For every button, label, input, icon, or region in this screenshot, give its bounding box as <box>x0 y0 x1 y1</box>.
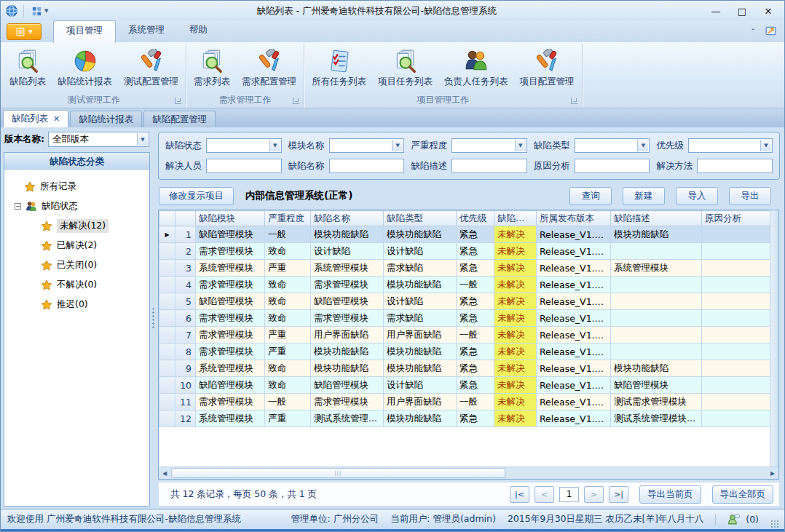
ribbon-tab-2[interactable]: 系统管理 <box>116 20 177 42</box>
grid-cell[interactable] <box>611 327 702 344</box>
column-header[interactable]: 缺陷名称 <box>311 211 384 226</box>
filter-input-5[interactable] <box>697 159 773 173</box>
row-selector-cell[interactable] <box>159 293 175 310</box>
ribbon-button[interactable]: 需求配置管理 <box>236 47 302 90</box>
grid-cell[interactable]: 模块功能缺陷 <box>384 344 457 360</box>
grid-cell[interactable]: 设计缺陷 <box>311 243 384 260</box>
tree-item[interactable]: 推迟(0) <box>7 295 146 314</box>
filter-input-2[interactable] <box>329 159 405 173</box>
grid-cell[interactable]: Release_V1.2.0 <box>537 243 611 260</box>
row-selector-cell[interactable] <box>159 243 175 260</box>
grid-cell[interactable]: 系统管理模块 <box>611 260 702 277</box>
ribbon-collapse-icon[interactable]: ⌃ <box>750 28 756 35</box>
grid-cell[interactable]: Release_V1.0.0 <box>537 277 611 293</box>
column-header[interactable]: 缺陷描述 <box>611 211 702 226</box>
grid-cell[interactable]: 需求管理模块 <box>311 394 384 410</box>
grid-cell[interactable]: 用户界面缺陷 <box>384 394 457 410</box>
grid-cell[interactable]: 缺陷管理模块 <box>311 377 384 394</box>
grid-cell[interactable]: 一般 <box>265 394 311 410</box>
grid-cell[interactable]: 致命 <box>265 310 311 327</box>
grid-cell[interactable]: Release_V1.1.0 <box>537 394 611 410</box>
grid-cell[interactable]: 未解决 <box>494 310 537 327</box>
grid-cell[interactable]: 严重 <box>265 344 311 360</box>
collapse-icon[interactable]: − <box>15 203 21 210</box>
grid-cell[interactable]: 系统管理模块 <box>196 260 265 277</box>
doc-tab-3[interactable]: 缺陷配置管理 <box>143 111 216 127</box>
ribbon-button[interactable]: 需求列表 <box>188 47 236 90</box>
grid-cell[interactable]: Release_V1.1.0 <box>537 410 611 427</box>
grid-cell[interactable]: 需求管理模块 <box>311 310 384 327</box>
grid-cell[interactable]: 测试系统管理... <box>311 410 384 427</box>
table-row[interactable]: 8需求管理模块严重模块功能缺陷模块功能缺陷紧急未解决Release_V1.0.0 <box>159 344 770 360</box>
new-button[interactable]: 新建 <box>623 187 665 205</box>
export-button[interactable]: 导出 <box>729 187 771 205</box>
grid-cell[interactable] <box>702 360 770 377</box>
filter-input-3[interactable] <box>451 159 527 173</box>
messages-icon[interactable] <box>727 513 740 525</box>
quick-access-toolbar-button[interactable]: ▼ <box>29 5 50 17</box>
grid-cell[interactable]: 模块功能缺陷 <box>384 226 457 243</box>
grid-cell[interactable]: 未解决 <box>494 293 537 310</box>
row-selector-cell[interactable] <box>159 377 175 394</box>
grid-cell[interactable]: 系统管理模块 <box>311 260 384 277</box>
grid-cell[interactable]: 致命 <box>265 293 311 310</box>
doc-tab-2[interactable]: 缺陷统计报表 <box>70 111 142 127</box>
vertical-scrollbar[interactable] <box>770 210 778 467</box>
grid-cell[interactable]: 严重 <box>265 410 311 427</box>
ribbon-tab-3[interactable]: 帮助 <box>177 20 220 42</box>
ribbon-button[interactable]: 所有任务列表 <box>306 47 372 90</box>
grid-cell[interactable] <box>611 277 702 293</box>
grid-cell[interactable]: 需求管理模块 <box>196 277 265 293</box>
export-all-pages-button[interactable]: 导出全部页 <box>712 485 774 504</box>
row-selector-cell[interactable] <box>159 410 175 427</box>
grid-cell[interactable] <box>611 293 702 310</box>
grid-cell[interactable]: 紧急 <box>457 310 494 327</box>
help-icon[interactable] <box>765 25 777 37</box>
grid-cell[interactable]: 缺陷管理模块 <box>196 377 265 394</box>
grid-cell[interactable] <box>702 377 770 394</box>
grid-cell[interactable]: 严重 <box>265 260 311 277</box>
dialog-launcher-icon[interactable] <box>175 98 181 104</box>
grid-cell[interactable]: 未解决 <box>494 243 537 260</box>
grid-cell[interactable]: 模块功能缺陷 <box>311 226 384 243</box>
minimize-button[interactable]: — <box>703 6 729 17</box>
scrollbar-thumb[interactable]: ||| <box>171 468 505 478</box>
grid-cell[interactable]: 紧急 <box>457 410 494 427</box>
grid-cell[interactable]: 设计缺陷 <box>384 243 457 260</box>
row-selector-cell[interactable] <box>159 394 175 410</box>
grid-cell[interactable]: 模块功能缺陷 <box>611 360 702 377</box>
grid-cell[interactable]: 设计缺陷 <box>384 293 457 310</box>
grid-cell[interactable]: Release_V1.0.0 <box>537 360 611 377</box>
grid-cell[interactable] <box>702 243 770 260</box>
grid-cell[interactable] <box>702 344 770 360</box>
grid-cell[interactable]: 测试需求管理模块 <box>611 394 702 410</box>
grid-cell[interactable]: 需求缺陷 <box>384 310 457 327</box>
grid-cell[interactable]: 未解决 <box>494 377 537 394</box>
ribbon-tab-1[interactable]: 项目管理 <box>53 20 116 43</box>
filter-select-3[interactable]: ▼ <box>451 138 527 153</box>
grid-cell[interactable] <box>611 344 702 360</box>
grid-cell[interactable]: 未解决 <box>494 327 537 344</box>
grid-cell[interactable] <box>702 327 770 344</box>
ribbon-button[interactable]: 测试配置管理 <box>118 47 184 90</box>
grid-cell[interactable]: Release_V1.1.0 <box>537 310 611 327</box>
grid-cell[interactable]: 模块功能缺陷 <box>311 360 384 377</box>
row-selector-cell[interactable] <box>159 360 175 377</box>
grid-cell[interactable]: 未解决 <box>494 260 537 277</box>
grid-cell[interactable]: 需求管理模块 <box>196 344 265 360</box>
grid-cell[interactable]: 未解决 <box>494 344 537 360</box>
column-header[interactable]: 缺陷状态 <box>494 211 537 226</box>
grid-cell[interactable]: 模块功能缺陷 <box>384 277 457 293</box>
filter-input-1[interactable] <box>206 159 282 173</box>
grid-cell[interactable]: 紧急 <box>457 377 494 394</box>
row-selector-cell[interactable] <box>159 310 175 327</box>
tree-item[interactable]: 已解决(2) <box>7 236 146 255</box>
ribbon-button[interactable]: 项目配置管理 <box>514 47 580 90</box>
grid-cell[interactable]: 紧急 <box>457 260 494 277</box>
table-row[interactable]: 12系统管理模块严重测试系统管理...模块功能缺陷紧急未解决Release_V1… <box>159 410 770 427</box>
close-icon[interactable]: ✕ <box>53 114 60 124</box>
grid-cell[interactable]: 缺陷管理模块 <box>611 377 702 394</box>
row-selector-cell[interactable] <box>159 260 175 277</box>
grid-cell[interactable] <box>702 293 770 310</box>
column-header[interactable]: 缺陷类型 <box>384 211 457 226</box>
